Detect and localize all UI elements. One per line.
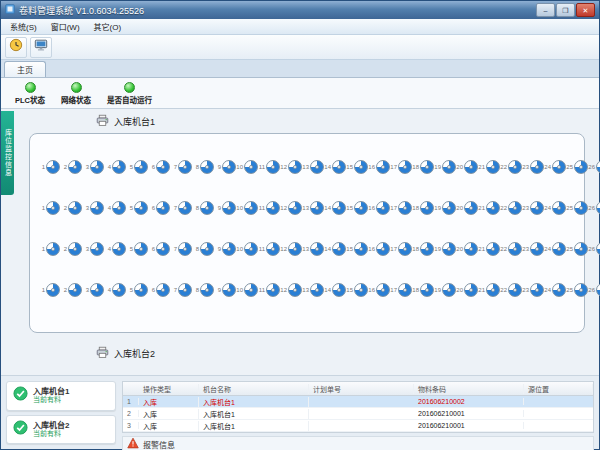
coil-position[interactable]: 12	[280, 242, 302, 256]
coil-position[interactable]: 25	[566, 160, 588, 174]
coil-position[interactable]: 6	[148, 242, 170, 256]
coil-position[interactable]: 2	[60, 160, 82, 174]
coil-position[interactable]: 3	[82, 242, 104, 256]
coil-position[interactable]: 12	[280, 201, 302, 215]
coil-position[interactable]: 21	[478, 242, 500, 256]
coil-position[interactable]: 8	[192, 160, 214, 174]
column-header[interactable]: 计划单号	[309, 384, 414, 394]
coil-position[interactable]: 8	[192, 242, 214, 256]
coil-position[interactable]: 19	[434, 160, 456, 174]
coil-position[interactable]: 25	[566, 283, 588, 297]
coil-position[interactable]: 9	[214, 201, 236, 215]
minimize-button[interactable]: –	[536, 3, 555, 17]
coil-position[interactable]: 16	[368, 201, 390, 215]
coil-position[interactable]: 18	[412, 242, 434, 256]
coil-position[interactable]: 24	[544, 160, 566, 174]
coil-position[interactable]: 10	[236, 242, 258, 256]
coil-position[interactable]: 2	[60, 242, 82, 256]
coil-position[interactable]: 3	[82, 201, 104, 215]
coil-position[interactable]: 23	[522, 283, 544, 297]
coil-position[interactable]: 7	[170, 283, 192, 297]
coil-position[interactable]: 17	[390, 160, 412, 174]
coil-position[interactable]: 16	[368, 160, 390, 174]
coil-position[interactable]: 8	[192, 201, 214, 215]
table-row[interactable]: 2入库入库机台1201606210001	[123, 408, 593, 420]
coil-position[interactable]: 2	[60, 283, 82, 297]
coil-position[interactable]: 13	[302, 242, 324, 256]
coil-position[interactable]: 2	[60, 201, 82, 215]
menu-item[interactable]: 其它(O)	[87, 21, 129, 32]
coil-position[interactable]: 11	[258, 160, 280, 174]
coil-position[interactable]: 15	[346, 242, 368, 256]
coil-position[interactable]: 24	[544, 201, 566, 215]
coil-position[interactable]: 20	[456, 242, 478, 256]
coil-position[interactable]: 7	[170, 201, 192, 215]
menu-item[interactable]: 系统(S)	[3, 21, 44, 32]
coil-position[interactable]: 25	[566, 201, 588, 215]
column-header[interactable]: 物料条码	[414, 384, 524, 394]
coil-position[interactable]: 7	[170, 242, 192, 256]
column-header[interactable]: 操作类型	[139, 384, 199, 394]
coil-position[interactable]: 5	[126, 201, 148, 215]
coil-position[interactable]: 18	[412, 201, 434, 215]
coil-position[interactable]: 18	[412, 160, 434, 174]
coil-position[interactable]: 10	[236, 283, 258, 297]
coil-position[interactable]: 4	[104, 160, 126, 174]
coil-position[interactable]: 9	[214, 283, 236, 297]
coil-position[interactable]: 19	[434, 201, 456, 215]
machine-card[interactable]: 入库机台2当前有料	[6, 415, 116, 445]
coil-position[interactable]: 20	[456, 201, 478, 215]
coil-position[interactable]: 8	[192, 283, 214, 297]
coil-position[interactable]: 4	[104, 201, 126, 215]
coil-position[interactable]: 16	[368, 283, 390, 297]
coil-position[interactable]: 13	[302, 160, 324, 174]
coil-position[interactable]: 26	[588, 160, 600, 174]
coil-position[interactable]: 20	[456, 160, 478, 174]
coil-position[interactable]: 11	[258, 201, 280, 215]
tab-home[interactable]: 主页	[4, 61, 46, 77]
coil-position[interactable]: 12	[280, 160, 302, 174]
machine-card[interactable]: 入库机台1当前有料	[6, 381, 116, 411]
coil-position[interactable]: 26	[588, 201, 600, 215]
coil-position[interactable]: 9	[214, 160, 236, 174]
column-header[interactable]: 机台名称	[199, 384, 309, 394]
coil-position[interactable]: 16	[368, 242, 390, 256]
coil-position[interactable]: 4	[104, 242, 126, 256]
coil-position[interactable]: 22	[500, 201, 522, 215]
coil-position[interactable]: 5	[126, 242, 148, 256]
coil-position[interactable]: 22	[500, 242, 522, 256]
printer-icon[interactable]	[96, 114, 109, 129]
coil-position[interactable]: 1	[38, 283, 60, 297]
column-header[interactable]: 源位置	[524, 384, 593, 394]
coil-position[interactable]: 14	[324, 201, 346, 215]
coil-position[interactable]: 15	[346, 160, 368, 174]
table-row[interactable]: 1入库入库机台1201606210002	[123, 396, 593, 408]
coil-position[interactable]: 7	[170, 160, 192, 174]
coil-position[interactable]: 24	[544, 242, 566, 256]
coil-position[interactable]: 23	[522, 201, 544, 215]
coil-position[interactable]: 17	[390, 242, 412, 256]
coil-position[interactable]: 15	[346, 283, 368, 297]
maximize-button[interactable]: ❐	[556, 3, 575, 17]
coil-position[interactable]: 17	[390, 201, 412, 215]
title-bar[interactable]: 卷料管理系统 V1.0.6034.25526 – ❐ ✕	[1, 1, 599, 19]
coil-position[interactable]: 6	[148, 283, 170, 297]
close-button[interactable]: ✕	[576, 3, 595, 17]
coil-position[interactable]: 23	[522, 242, 544, 256]
monitor-button[interactable]	[30, 37, 52, 58]
coil-position[interactable]: 9	[214, 242, 236, 256]
coil-position[interactable]: 4	[104, 283, 126, 297]
coil-position[interactable]: 21	[478, 201, 500, 215]
coil-position[interactable]: 10	[236, 201, 258, 215]
coil-position[interactable]: 22	[500, 283, 522, 297]
coil-position[interactable]: 12	[280, 283, 302, 297]
coil-position[interactable]: 21	[478, 160, 500, 174]
coil-position[interactable]: 21	[478, 283, 500, 297]
coil-position[interactable]: 19	[434, 242, 456, 256]
coil-position[interactable]: 14	[324, 283, 346, 297]
coil-position[interactable]: 11	[258, 283, 280, 297]
coil-position[interactable]: 23	[522, 160, 544, 174]
coil-position[interactable]: 1	[38, 242, 60, 256]
coil-position[interactable]: 5	[126, 160, 148, 174]
coil-position[interactable]: 19	[434, 283, 456, 297]
